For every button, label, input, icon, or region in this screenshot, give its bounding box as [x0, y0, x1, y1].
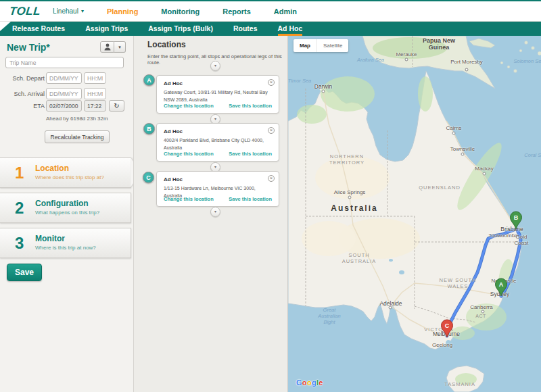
subnav-assign-trips-bulk[interactable]: Assign Trips (Bulk)	[148, 22, 213, 36]
step-title: Configuration	[35, 199, 89, 208]
svg-text:B: B	[514, 214, 519, 221]
sch-depart-row: Sch. Depart	[0, 72, 133, 84]
insert-stop-icon: ▾	[214, 117, 216, 121]
nav-item-monitoring[interactable]: Monitoring	[161, 7, 199, 16]
step-number: 1	[15, 164, 24, 182]
step-subtitle: Where is this trip at now?	[35, 245, 96, 251]
arrival-date-input[interactable]	[46, 88, 82, 99]
location-address: Gateway Court, 10/81-91 Military Rd, Neu…	[164, 89, 273, 104]
location-name: Ad Hoc	[164, 176, 183, 182]
nav-item-admin[interactable]: Admin	[274, 7, 297, 16]
save-location-link[interactable]: Save this location	[229, 103, 272, 109]
step-title: Monitor	[35, 234, 65, 243]
save-location-link[interactable]: Save this location	[229, 151, 272, 157]
svg-text:A: A	[499, 281, 504, 288]
sub-nav: Release Routes Assign Trips Assign Trips…	[0, 22, 541, 36]
insert-stop-icon: ▾	[214, 64, 216, 68]
save-location-link[interactable]: Save this location	[229, 196, 272, 202]
eta-row: ETA ↻	[0, 100, 133, 112]
save-button[interactable]: Save	[7, 264, 42, 281]
map-type-map-button[interactable]: Map	[293, 39, 317, 52]
subnav-assign-trips[interactable]: Assign Trips	[85, 22, 128, 36]
step-title: Location	[35, 164, 69, 173]
trip-form-panel: New Trip* ▾ Sch. Depart Sch. Arrival	[0, 36, 133, 392]
location-card-a: Ad Hoc × Gateway Court, 10/81-91 Militar…	[156, 75, 279, 114]
driver-split-button: ▾	[100, 41, 126, 53]
insert-stop-icon: ▾	[214, 165, 216, 169]
stop-badge-b: B	[143, 123, 155, 134]
sch-arrival-label: Sch. Arrival	[14, 91, 45, 97]
location-card-b: Ad Hoc × 4002/4 Parkland Blvd, Brisbane …	[156, 123, 279, 162]
step-subtitle: What happens on this trip?	[35, 210, 99, 216]
eta-time-field	[84, 100, 106, 112]
step-location[interactable]: 1 Location Where does this trip stop at?	[0, 157, 131, 188]
map-view[interactable]: Papua New Guinea Merauke Port Moresby Ar…	[288, 36, 541, 392]
page-title: New Trip*	[7, 42, 50, 53]
location-name: Ad Hoc	[164, 80, 183, 87]
step-configuration[interactable]: 2 Configuration What happens on this tri…	[0, 193, 131, 223]
caret-down-icon: ▾	[118, 45, 121, 50]
refresh-icon: ↻	[114, 102, 119, 109]
stop-badge-c: C	[143, 172, 154, 183]
sch-depart-label: Sch. Depart	[12, 75, 45, 82]
caret-down-icon: ▾	[81, 8, 84, 14]
division-label: Linehaul	[53, 7, 78, 15]
locations-panel: Locations Enter the starting point, all …	[133, 36, 288, 392]
arrival-time-input[interactable]	[84, 88, 106, 99]
sch-arrival-row: Sch. Arrival	[0, 88, 133, 99]
subnav-release-routes[interactable]: Release Routes	[12, 22, 65, 36]
insert-stop-icon: ▾	[214, 210, 216, 214]
map-canvas	[288, 36, 541, 392]
main-nav: Planning Monitoring Reports Admin	[107, 7, 297, 16]
change-location-link[interactable]: Change this location	[164, 196, 214, 202]
person-icon	[104, 43, 111, 51]
eta-label: ETA	[33, 103, 45, 109]
eta-date-field	[46, 100, 82, 112]
change-location-link[interactable]: Change this location	[164, 151, 214, 157]
subnav-routes[interactable]: Routes	[233, 22, 258, 36]
nav-item-planning[interactable]: Planning	[107, 7, 138, 16]
subnav-ad-hoc[interactable]: Ad Hoc	[278, 22, 303, 36]
top-bar: TOLL Linehaul ▾ Planning Monitoring Repo…	[0, 1, 541, 22]
content-area: New Trip* ▾ Sch. Depart Sch. Arrival	[0, 36, 541, 392]
close-icon[interactable]: ×	[268, 127, 275, 134]
nav-item-reports[interactable]: Reports	[222, 7, 251, 16]
svg-text:C: C	[445, 322, 450, 329]
step-number: 3	[15, 234, 24, 253]
app-window: TOLL Linehaul ▾ Planning Monitoring Repo…	[0, 0, 541, 392]
new-britain-island	[469, 39, 495, 48]
location-card-c: Ad Hoc × 1/13-15 Hardware Ln, Melbourne …	[156, 171, 279, 207]
map-type-satellite-button[interactable]: Satellite	[317, 39, 348, 52]
person-button[interactable]	[100, 41, 114, 53]
refresh-eta-button[interactable]: ↻	[109, 100, 124, 112]
map-marker-b[interactable]: B	[509, 211, 523, 230]
recalculate-tracking-button[interactable]: Recalculate Tracking	[45, 130, 110, 143]
locations-title: Locations	[147, 40, 186, 49]
insert-stop-button[interactable]: ▾	[210, 207, 220, 217]
step-number: 2	[15, 199, 24, 218]
step-subtitle: Where does this trip stop at?	[35, 174, 104, 180]
close-icon[interactable]: ×	[268, 79, 275, 86]
step-monitor[interactable]: 3 Monitor Where is this trip at now?	[0, 228, 131, 258]
toll-logo: TOLL	[9, 5, 41, 18]
map-marker-a[interactable]: A	[494, 278, 508, 297]
depart-time-input[interactable]	[84, 72, 106, 84]
division-dropdown[interactable]: Linehaul ▾	[53, 7, 84, 15]
map-type-control: Map Satellite	[293, 39, 348, 52]
eta-ahead-text: Ahead by 6198d 23h 32m	[46, 116, 108, 122]
insert-stop-button[interactable]: ▾	[210, 61, 220, 71]
stop-badge-a: A	[143, 74, 155, 86]
map-marker-c[interactable]: C	[440, 319, 454, 338]
change-location-link[interactable]: Change this location	[164, 103, 214, 109]
depart-date-input[interactable]	[46, 72, 82, 84]
close-icon[interactable]: ×	[268, 175, 275, 182]
location-name: Ad Hoc	[164, 128, 183, 134]
person-caret-button[interactable]: ▾	[114, 41, 126, 53]
location-address: 4002/4 Parkland Blvd, Brisbane City QLD …	[164, 137, 273, 152]
trip-name-input[interactable]	[5, 57, 124, 68]
